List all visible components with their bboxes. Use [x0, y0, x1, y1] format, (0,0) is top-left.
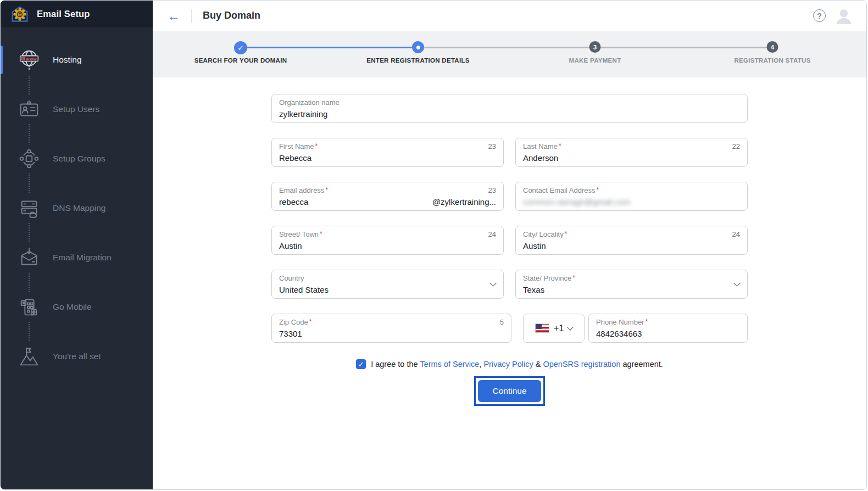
last-name-field[interactable]: Last Name* 22 Anderson — [515, 138, 748, 167]
people-network-icon — [16, 144, 42, 173]
stepper-line-completed — [241, 47, 418, 48]
required-asterisk: * — [565, 230, 567, 238]
char-counter: 24 — [732, 230, 740, 238]
privacy-policy-link[interactable]: Privacy Policy — [483, 360, 533, 369]
step-4-circle[interactable]: 4 — [767, 41, 778, 53]
app-title: Email Setup — [37, 9, 90, 19]
contact-email-value-blurred: common.storage@gmail.com — [523, 197, 740, 207]
city-locality-field[interactable]: City/ Locality* 24 Austin — [515, 226, 748, 255]
svg-text:www: www — [26, 57, 37, 62]
step-3-circle[interactable]: 3 — [589, 41, 601, 53]
required-asterisk: * — [309, 318, 312, 326]
back-arrow-icon[interactable]: ← — [167, 9, 180, 23]
field-label: Street/ Town* — [279, 230, 322, 238]
field-label: State/ Province* — [523, 274, 575, 282]
country-select[interactable]: Country United States — [271, 270, 504, 299]
topbar: ← Buy Domain ? — [153, 1, 866, 31]
avatar[interactable] — [834, 7, 853, 25]
opensrs-registration-link[interactable]: OpenSRS registration — [543, 360, 620, 369]
sidebar-item-setup-users[interactable]: Setup Users — [1, 93, 153, 126]
field-label: City/ Locality* — [523, 230, 567, 238]
char-counter: 24 — [488, 230, 496, 238]
phone-number-field[interactable]: Phone Number* 4842634663 — [588, 314, 748, 343]
sidebar-item-setup-groups[interactable]: Setup Groups — [1, 142, 153, 175]
registration-form: Organization name zylkertraining First N… — [271, 94, 748, 406]
required-asterisk: * — [320, 230, 322, 238]
char-counter: 22 — [732, 142, 740, 150]
city-locality-value: Austin — [523, 241, 740, 250]
id-card-icon — [16, 95, 42, 124]
organization-name-value: zylkertraining — [279, 109, 740, 119]
help-icon[interactable]: ? — [813, 9, 826, 22]
email-address-field[interactable]: Email address* 23 rebecca @zylkertrainin… — [271, 182, 504, 211]
street-town-value: Austin — [279, 241, 496, 250]
sidebar-item-go-mobile[interactable]: Go Mobile — [1, 291, 153, 323]
first-name-value: Rebecca — [279, 153, 496, 163]
sidebar-item-youre-all-set[interactable]: You're all set — [1, 340, 153, 373]
organization-name-field[interactable]: Organization name zylkertraining — [271, 94, 748, 123]
globe-www-icon: www — [16, 46, 42, 74]
country-code-select[interactable]: +1 — [523, 314, 585, 343]
sidebar-item-dns-mapping[interactable]: DNS Mapping — [1, 192, 153, 225]
agreement-suffix: agreement. — [620, 360, 663, 369]
wizard-stepper: ✓ 3 4 SEARCH FOR YOUR DOMAIN ENTER REGIS… — [153, 31, 866, 77]
step-1-circle[interactable]: ✓ — [234, 41, 247, 54]
dial-code: +1 — [554, 323, 564, 333]
us-flag-icon — [535, 323, 549, 333]
zip-code-value: 73301 — [279, 329, 504, 338]
agreement-text: I agree to the Terms of Service, Privacy… — [371, 360, 663, 369]
field-label: First Name* — [279, 142, 318, 150]
envelope-import-icon — [16, 243, 42, 272]
char-counter: 23 — [488, 142, 496, 150]
sidebar-item-hosting[interactable]: www Hosting — [1, 43, 153, 76]
step-1-label: SEARCH FOR YOUR DOMAIN — [194, 57, 287, 64]
server-cloud-icon — [16, 194, 42, 222]
step-2-label: ENTER REGISTRATION DETAILS — [366, 57, 470, 64]
step-3-label: MAKE PAYMENT — [569, 57, 621, 64]
sidebar-item-label: Setup Users — [53, 104, 99, 114]
field-label: Email address* — [279, 186, 328, 194]
sidebar-item-label: You're all set — [53, 351, 101, 361]
field-label: Last Name* — [523, 142, 561, 150]
sidebar-item-label: Email Migration — [53, 253, 112, 263]
field-label: Contact Email Address* — [523, 186, 599, 194]
street-town-field[interactable]: Street/ Town* 24 Austin — [271, 226, 504, 255]
sidebar-item-label: Setup Groups — [53, 154, 105, 164]
contact-email-field[interactable]: Contact Email Address* common.storage@gm… — [515, 182, 748, 211]
sidebar-item-email-migration[interactable]: Email Migration — [1, 241, 153, 274]
main-content: ← Buy Domain ? ✓ 3 4 SEARCH FOR YOUR DOM… — [153, 1, 866, 489]
topbar-divider — [191, 9, 192, 23]
required-asterisk: * — [572, 274, 575, 282]
mobile-apps-icon — [16, 293, 42, 321]
country-value: United States — [279, 285, 496, 294]
required-asterisk: * — [325, 186, 328, 194]
sidebar-item-label: Hosting — [53, 55, 82, 65]
sidebar: Email Setup www Hosting — [1, 1, 153, 489]
step-2-circle[interactable] — [412, 41, 424, 53]
email-domain-suffix: @zylkertraining... — [432, 197, 496, 207]
field-label: Country — [279, 274, 304, 282]
continue-button-highlight-annotation: Continue — [474, 376, 544, 406]
chevron-down-icon — [567, 324, 573, 330]
state-province-select[interactable]: State/ Province* Texas — [515, 270, 748, 299]
required-asterisk: * — [645, 318, 648, 326]
terms-of-service-link[interactable]: Terms of Service — [420, 360, 479, 369]
agreement-prefix: I agree to the — [371, 360, 420, 369]
email-setup-logo-icon — [10, 5, 29, 23]
sidebar-header: Email Setup — [1, 1, 153, 27]
mountain-flag-icon — [16, 342, 42, 371]
agreement-row: ✓ I agree to the Terms of Service, Priva… — [271, 359, 748, 369]
required-asterisk: * — [559, 142, 561, 150]
required-asterisk: * — [315, 142, 318, 150]
char-counter: 5 — [500, 318, 504, 326]
step-4-label: REGISTRATION STATUS — [734, 57, 810, 64]
sidebar-item-label: Go Mobile — [53, 302, 92, 312]
agreement-separator: & — [533, 360, 543, 369]
zip-code-field[interactable]: Zip Code* 5 73301 — [271, 314, 511, 343]
last-name-value: Anderson — [523, 153, 740, 163]
agreement-checkbox[interactable]: ✓ — [356, 359, 366, 369]
field-label: Phone Number* — [596, 318, 648, 326]
continue-button[interactable]: Continue — [478, 380, 541, 402]
first-name-field[interactable]: First Name* 23 Rebecca — [271, 138, 504, 167]
sidebar-item-label: DNS Mapping — [53, 203, 106, 213]
